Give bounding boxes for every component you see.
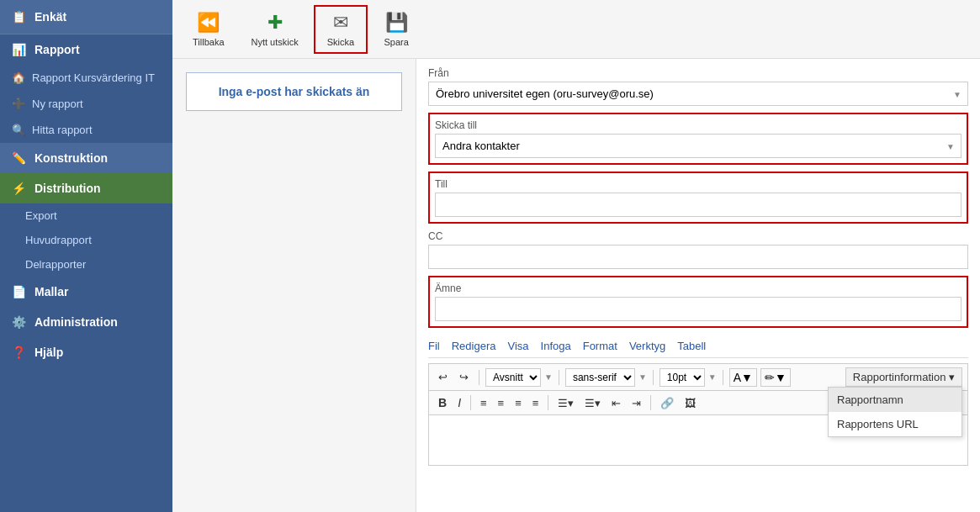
administration-icon: ⚙️ (12, 315, 26, 329)
till-label: Till (435, 178, 961, 190)
amne-input[interactable] (435, 297, 961, 321)
menu-fil[interactable]: Fil (428, 340, 440, 352)
sidebar-item-mallar[interactable]: 📄 Mallar (0, 277, 172, 307)
rapportnamn-label: Rapportnamn (837, 393, 903, 406)
no-email-button[interactable]: Inga e-post har skickats än (186, 72, 402, 111)
font-color-icon[interactable]: A▼ (729, 368, 757, 387)
delrapporter-label: Delrapporter (25, 258, 86, 271)
dropdown-arrow1: ▼ (544, 372, 553, 382)
form-area: Inga e-post har skickats än Från Örebro … (172, 59, 980, 512)
add-icon: ➕ (12, 98, 25, 110)
skicka-button[interactable]: ✉ Skicka (314, 5, 368, 54)
sidebar-rapport-label: Rapport (34, 43, 80, 56)
save-icon: 💾 (385, 12, 408, 34)
sidebar-item-administration[interactable]: ⚙️ Administration (0, 307, 172, 337)
cc-input[interactable] (428, 245, 968, 269)
sidebar-item-rapport[interactable]: 📊 Rapport (0, 34, 172, 65)
size-select[interactable]: 10pt (660, 368, 705, 387)
fran-select[interactable]: Örebro universitet egen (oru-survey@oru.… (428, 82, 968, 106)
spara-label: Spara (384, 37, 408, 47)
sidebar-item-hjälp[interactable]: ❓ Hjälp (0, 337, 172, 367)
skicka-till-group: Skicka till Andra kontakter (428, 113, 968, 165)
tillbaka-label: Tillbaka (193, 37, 225, 47)
sidebar: 📋 Enkät 📊 Rapport 🏠 Rapport Kursvärderin… (0, 0, 172, 512)
bold-button[interactable]: B (434, 394, 451, 411)
separator7 (650, 395, 651, 410)
sidebar-item-distribution[interactable]: ⚡ Distribution (0, 173, 172, 203)
separator2 (559, 370, 559, 385)
align-center-button[interactable]: ≡ (494, 395, 509, 411)
sidebar-item-konstruktion[interactable]: ✏️ Konstruktion (0, 143, 172, 173)
image-button[interactable]: 🖼 (681, 395, 700, 411)
sidebar-enkät-label: Enkät (34, 10, 66, 24)
nytt-utskick-button[interactable]: ✚ Nytt utskick (240, 7, 310, 52)
highlight-icon[interactable]: ✏▼ (760, 368, 791, 387)
rapportinfo-button[interactable]: Rapportinformation ▾ (845, 367, 962, 387)
menu-verktyg[interactable]: Verktyg (629, 340, 665, 352)
redo-button[interactable]: ↪ (455, 369, 473, 385)
huvudrapport-label: Huvudrapport (25, 234, 92, 246)
sidebar-item-hitta-rapport[interactable]: 🔍 Hitta rapport (0, 117, 172, 143)
rapportinfo-label: Rapportinformation (853, 371, 946, 383)
align-left-button[interactable]: ≡ (476, 395, 491, 411)
undo-button[interactable]: ↩ (434, 369, 452, 385)
sidebar-item-ny-rapport[interactable]: ➕ Ny rapport (0, 91, 172, 117)
sidebar-konstruktion-label: Konstruktion (34, 151, 108, 165)
skicka-till-label: Skicka till (435, 119, 961, 131)
sidebar-distribution-label: Distribution (34, 182, 101, 195)
sidebar-item-rapport-kurs[interactable]: 🏠 Rapport Kursvärdering IT (0, 65, 172, 91)
toolbar: ⏪ Tillbaka ✚ Nytt utskick ✉ Skicka 💾 Spa… (172, 0, 980, 59)
rapportens-url-item[interactable]: Rapportens URL (829, 412, 961, 436)
italic-button[interactable]: I (453, 394, 465, 411)
distribution-icon: ⚡ (12, 182, 26, 195)
spara-button[interactable]: 💾 Spara (371, 7, 421, 52)
sidebar-item-export[interactable]: Export (0, 203, 172, 228)
back-icon: ⏪ (197, 12, 220, 34)
right-panel: Från Örebro universitet egen (oru-survey… (416, 59, 980, 512)
menu-redigera[interactable]: Redigera (452, 340, 496, 352)
cc-group: CC (428, 230, 968, 269)
ordered-list-button[interactable]: ☰▾ (580, 395, 605, 411)
menubar: Fil Redigera Visa Infoga Format Verktyg … (428, 335, 968, 358)
outdent-button[interactable]: ⇤ (607, 395, 625, 411)
till-input[interactable] (435, 193, 961, 217)
indent-button[interactable]: ⇥ (628, 395, 645, 411)
link-button[interactable]: 🔗 (656, 395, 678, 411)
menu-format[interactable]: Format (583, 340, 617, 352)
fran-group: Från Örebro universitet egen (oru-survey… (428, 67, 968, 106)
menu-infoga[interactable]: Infoga (541, 340, 571, 352)
rapport-icon: 📊 (12, 43, 26, 56)
rapportnamn-item[interactable]: Rapportnamn (829, 388, 961, 412)
home-icon: 🏠 (12, 71, 25, 84)
align-justify-button[interactable]: ≡ (528, 395, 543, 411)
tillbaka-button[interactable]: ⏪ Tillbaka (181, 7, 236, 52)
sidebar-item-enkät[interactable]: 📋 Enkät (0, 0, 172, 34)
skicka-till-select[interactable]: Andra kontakter (435, 134, 961, 158)
sidebar-item-huvudrapport[interactable]: Huvudrapport (0, 228, 172, 252)
sidebar-rapport-kurs-label: Rapport Kursvärdering IT (32, 71, 155, 84)
rapportens-url-label: Rapportens URL (837, 418, 919, 430)
nytt-utskick-label: Nytt utskick (252, 37, 299, 47)
paragraph-select[interactable]: Avsnitt (485, 368, 541, 387)
sidebar-hitta-rapport-label: Hitta rapport (32, 124, 93, 136)
font-select[interactable]: sans-serif (565, 368, 635, 387)
main-content: ⏪ Tillbaka ✚ Nytt utskick ✉ Skicka 💾 Spa… (172, 0, 980, 512)
till-group: Till (428, 172, 968, 224)
hjälp-icon: ❓ (12, 346, 26, 359)
align-right-button[interactable]: ≡ (511, 395, 526, 411)
unordered-list-button[interactable]: ☰▾ (554, 395, 578, 411)
skicka-till-select-wrapper: Andra kontakter (435, 134, 961, 158)
send-icon: ✉ (333, 12, 348, 34)
amne-group: Ämne (428, 276, 968, 328)
cc-label: CC (428, 230, 968, 242)
separator5 (470, 395, 471, 410)
fran-label: Från (428, 67, 968, 79)
separator3 (653, 370, 654, 385)
skicka-label: Skicka (327, 37, 354, 47)
rapportinfo-dropdown: Rapportnamn Rapportens URL (828, 387, 962, 437)
menu-tabell[interactable]: Tabell (677, 340, 706, 352)
sidebar-item-delrapporter[interactable]: Delrapporter (0, 252, 172, 277)
export-label: Export (25, 209, 57, 222)
mallar-icon: 📄 (12, 285, 26, 298)
menu-visa[interactable]: Visa (507, 340, 528, 352)
